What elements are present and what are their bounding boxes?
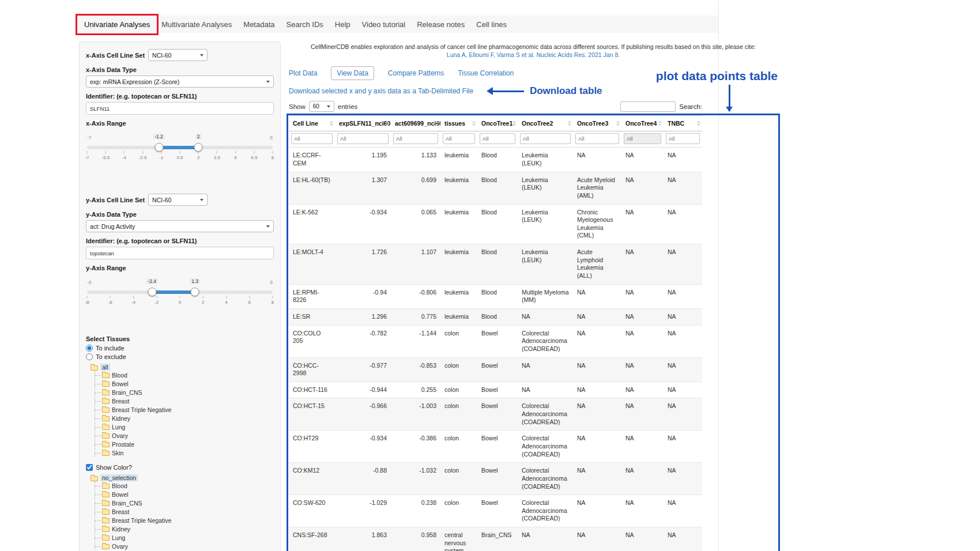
radio-exclude[interactable] [86,353,93,360]
tree-item-breast-triple-negative[interactable]: Breast Triple Negative [95,405,274,414]
column-header-expslfn11-nci60[interactable]: expSLFN11_nci60 [335,116,391,131]
x-axis-data-type-select[interactable]: exp: mRNA Expression (Z-Score) [86,76,274,88]
sort-icon[interactable] [386,121,389,126]
tree-item-breast[interactable]: Breast [95,397,274,405]
table-row[interactable]: CO:HCC-2998-0.977-0.853colonBowelNANANAN… [289,357,702,382]
sort-icon[interactable] [616,121,620,126]
column-header-tissues[interactable]: tissues [440,116,477,131]
nav-item-help[interactable]: Help [329,17,356,32]
table-row[interactable]: CNS:SF-2681.8630.958central nervous syst… [289,527,702,551]
table-row[interactable]: LE:SR1.2960.775leukemiaBloodNANANANA [289,308,702,325]
nav-item-metadata[interactable]: Metadata [238,17,280,32]
filter-input-oncotree1[interactable] [480,133,515,144]
slider-selected-range[interactable] [152,290,195,294]
table-row[interactable]: LE:MOLT-41.7261.107leukemiaBloodLeukemia… [289,244,702,285]
tree-item-ovary[interactable]: Ovary [95,431,274,440]
tree-item-kidney[interactable]: Kidney [95,414,274,422]
tree-root-no-selection[interactable]: no_selection [91,474,274,481]
tree-item-bowel[interactable]: Bowel [95,490,274,499]
tree-item-brain-cns[interactable]: Brain_CNS [95,388,274,397]
y-axis-range-slider[interactable]: -8 8 -2.4 1.3 -8-6-4-202468 [87,280,273,307]
filter-input-oncotree4[interactable] [624,133,661,144]
tree-item-breast-triple-negative[interactable]: Breast Triple Negative [95,516,274,524]
tab-plot-data[interactable]: Plot Data [289,69,317,77]
tab-compare-patterns[interactable]: Compare Patterns [388,69,444,77]
x-axis-range-slider[interactable]: -7 8 -1.2 2 -7-5.5-4-2.5-10.523.556.58 [87,135,273,163]
table-cell: NA [621,172,664,204]
table-row[interactable]: CO:KM12-0.88-1.032colonBowelColorectal A… [289,463,702,495]
nav-item-univariate-analyses[interactable]: Univariate Analyses [78,17,156,32]
column-header-oncotree2[interactable]: OncoTree2 [518,116,573,131]
filter-input-cell-line[interactable] [291,133,333,144]
tissue-exclude-option[interactable]: To exclude [86,353,274,360]
column-header-oncotree1[interactable]: OncoTree1 [477,116,518,131]
tree-item-blood[interactable]: Blood [95,481,274,490]
table-row[interactable]: CO:HCT-116-0.9440.255colonBowelNANANANA [289,382,702,398]
x-axis-identifier-input[interactable] [86,102,274,115]
entries-count-select[interactable]: 60 [309,101,334,112]
y-axis-identifier-input[interactable] [86,247,274,259]
y-axis-data-type-select[interactable]: act: Drug Activity [86,220,274,232]
filter-input-oncotree2[interactable] [520,133,571,144]
filter-input-tissues[interactable] [443,133,475,144]
column-header-oncotree3[interactable]: OncoTree3 [573,116,621,131]
table-row[interactable]: LE:HL-60(TB)1.3070.699leukemiaBloodLeuke… [289,172,702,204]
column-header-tnbc[interactable]: TNBC [664,116,702,131]
checkbox-show-color[interactable] [86,464,93,471]
tree-item-skin[interactable]: Skin [95,448,274,457]
tree-item-blood[interactable]: Blood [95,371,274,379]
tissue-include-option[interactable]: To include [86,345,274,352]
nav-item-video-tutorial[interactable]: Video tutorial [356,17,412,32]
x-axis-cell-line-set-select[interactable]: NCI-60 [148,49,208,61]
sort-icon[interactable] [330,121,333,126]
tree-item-brain-cns[interactable]: Brain_CNS [95,499,274,507]
nav-item-multivariate-analyses[interactable]: Multivariate Analyses [156,17,238,32]
tree-root-all[interactable]: all [91,364,274,371]
tree-item-ovary[interactable]: Ovary [95,542,274,550]
radio-include[interactable] [86,345,93,352]
citation-reference-link[interactable]: Luna A, Elloumi F, Varma S et al. Nuclei… [289,51,778,59]
folder-icon [102,407,110,413]
table-row[interactable]: CO:HT29-0.934-0.386colonBowelColorectal … [289,431,702,463]
table-row[interactable]: CO:COLO 205-0.782-1.144colonBowelColorec… [289,325,702,357]
column-header-cell-line[interactable]: Cell Line [289,116,335,131]
search-input[interactable] [620,101,676,112]
tab-tissue-correlation[interactable]: Tissue Correlation [458,69,514,77]
sort-icon[interactable] [435,121,439,126]
tab-view-data[interactable]: View Data [331,66,374,80]
slider-to-value: 1.3 [190,278,200,284]
column-header-oncotree4[interactable]: OncoTree4 [621,116,664,131]
filter-input-expslfn11-nci60[interactable] [337,133,389,144]
nav-item-release-notes[interactable]: Release notes [411,17,470,32]
sort-icon[interactable] [512,121,516,126]
table-row[interactable]: LE:CCRF-CEM1.1951.133leukemiaBloodLeukem… [289,148,702,172]
tree-item-bowel[interactable]: Bowel [95,379,274,388]
show-color-option[interactable]: Show Color? [86,464,274,471]
tree-item-prostate[interactable]: Prostate [95,440,274,448]
tree-item-lung[interactable]: Lung [95,422,274,431]
filter-input-tnbc[interactable] [666,133,700,144]
table-row[interactable]: LE:K-562-0.9340.065leukemiaBloodLeukemia… [289,204,702,244]
filter-input-oncotree3[interactable] [575,133,619,144]
sort-icon[interactable] [658,121,662,126]
table-row[interactable]: CO:HCT-15-0.966-1.003colonBowelColorecta… [289,398,702,431]
y-axis-cell-line-set-select[interactable]: NCI-60 [148,194,208,206]
nav-item-search-ids[interactable]: Search IDs [281,17,329,32]
sort-icon[interactable] [472,121,476,126]
column-header-act609699-nci60[interactable]: act609699_nci60 [391,116,440,131]
slider-tick-label: 4 [225,300,227,305]
sort-icon[interactable] [697,121,700,126]
table-row[interactable]: CO:SW-620-1.0290.238colonBowelColorectal… [289,495,702,527]
tree-item-kidney[interactable]: Kidney [95,524,274,533]
table-cell: -0.782 [335,325,391,357]
slider-selected-range[interactable] [159,146,199,149]
table-row[interactable]: LE:RPMI-8226-0.94-0.806leukemiaBloodMult… [289,284,702,308]
tree-item-breast[interactable]: Breast [95,507,274,516]
tree-item-label: Blood [112,482,127,489]
sort-icon[interactable] [568,121,571,126]
table-cell: CO:HCT-116 [289,382,335,398]
filter-input-act609699-nci60[interactable] [393,133,438,144]
tree-item-lung[interactable]: Lung [95,533,274,542]
nav-item-cell-lines[interactable]: Cell lines [470,17,512,32]
download-tab-delimited-link[interactable]: Download selected x and y axis data as a… [289,87,473,95]
